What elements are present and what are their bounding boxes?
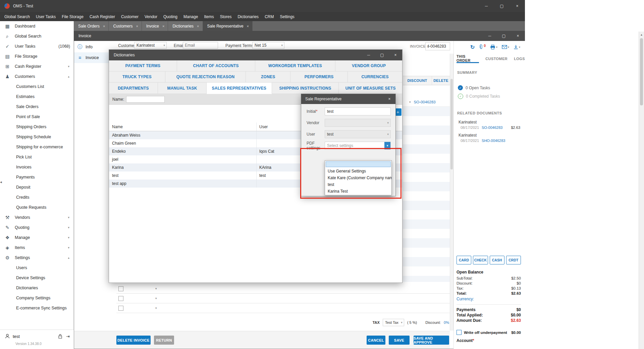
sidebar-item-dashboard[interactable]: ▦Dashboard (0, 21, 73, 31)
so-number-link[interactable]: SO-0046283 (414, 100, 436, 104)
close-icon[interactable]: × (247, 24, 249, 28)
sidebar-item-quote-requests[interactable]: Quote Requests (0, 202, 73, 212)
tab-customer[interactable]: CUSTOMER (485, 54, 507, 63)
grid-scrollbar-thumb[interactable] (450, 79, 453, 169)
export-icon[interactable]: ▾ (514, 45, 520, 49)
tab-payment-terms[interactable]: PAYMENT TERMS (109, 60, 177, 71)
tab-shipping-instructions[interactable]: SHIPPING INSTRUCTIONS (272, 83, 339, 94)
currency-link[interactable]: Currency: (457, 297, 521, 301)
sidebar-item-payments[interactable]: Payments (0, 172, 73, 182)
initial-input[interactable]: test (325, 107, 391, 115)
row-checkbox[interactable] (118, 286, 123, 291)
tab-currencies[interactable]: CURRENCIES (348, 71, 402, 83)
sidebar-item-shipping-ecommerce[interactable]: Shipping for e-commerce (0, 142, 73, 152)
customer-combo[interactable]: Karinatest▾ (134, 42, 167, 49)
restore-icon[interactable]: ▢ (497, 31, 511, 41)
menu-cash-register[interactable]: Cash Register (87, 12, 118, 21)
menu-file-storage[interactable]: File Storage (59, 12, 87, 21)
sidebar-item-invoices[interactable]: Invoices (0, 162, 73, 172)
menu-crm[interactable]: CRM (262, 12, 277, 21)
doc-number-link[interactable]: SHO-0046283 (482, 139, 505, 143)
sidebar-item-estimates[interactable]: Estimates (0, 92, 73, 102)
menu-items[interactable]: Items (201, 12, 217, 21)
tab-logs[interactable]: LOGS (514, 54, 525, 63)
sidebar-item-deposit[interactable]: Deposit (0, 182, 73, 192)
close-icon[interactable]: × (103, 24, 105, 28)
sidebar-item-customers-list[interactable]: Customers List (0, 82, 73, 92)
card-button[interactable]: CARD (457, 256, 471, 264)
return-button[interactable]: RETURN (154, 336, 174, 345)
menu-dictionaries[interactable]: Dictionaries (234, 12, 262, 21)
tab-chart-of-accounts[interactable]: CHART OF ACCOUNTS (177, 60, 255, 71)
sidebar-item-cash-register[interactable]: ⊞Cash Register▾ (0, 61, 73, 71)
column-delete[interactable]: DELETE (432, 76, 450, 85)
tab-dictionaries[interactable]: Dictionaries× (168, 21, 203, 31)
scroll-up-icon[interactable]: ▴ (639, 32, 644, 36)
tab-manual-task[interactable]: MANUAL TASK (158, 83, 207, 94)
tab-quote-rejection-reason[interactable]: QUOTE REJECTION REASON (165, 71, 246, 83)
sidebar-item-items[interactable]: ◈Items▾ (0, 243, 73, 253)
tab-departments[interactable]: DEPARTMENTS (109, 83, 158, 94)
sidebar-item-ecommerce-sync-settings[interactable]: E-commerce Sync Settings (0, 303, 73, 313)
logout-icon[interactable]: ⇥ (66, 334, 70, 339)
sidebar-item-shipping-orders[interactable]: Shipping Orders (0, 122, 73, 132)
doc-number-link[interactable]: SO-0046283 (482, 126, 502, 130)
tab-vendor-group[interactable]: VENDOR GROUP (335, 60, 402, 71)
tab-truck-types[interactable]: TRUCK TYPES (109, 71, 165, 83)
sidebar-item-device-settings[interactable]: Device Settings (0, 273, 73, 283)
menu-quoting[interactable]: Quoting (160, 12, 180, 21)
menu-customer[interactable]: Customer (118, 12, 142, 21)
sidebar-item-quoting[interactable]: ✎Quoting▾ (0, 222, 73, 233)
table-row[interactable]: ▾ (116, 294, 450, 303)
sidebar-item-manage[interactable]: ❖Manage▾ (0, 233, 73, 243)
vendor-combo[interactable]: ▾ (325, 119, 391, 127)
save-button[interactable]: SAVE (389, 336, 410, 345)
sidebar-item-shipping-schedule[interactable]: Shipping Schedule (0, 132, 73, 142)
cash-button[interactable]: CASH (490, 256, 504, 264)
nav-invoice[interactable]: ≡Invoice (74, 52, 112, 63)
tab-customers[interactable]: Customers× (109, 21, 142, 31)
check-button[interactable]: CHECK (473, 256, 488, 264)
sidebar-item-dictionaries[interactable]: Dictionaries (0, 283, 73, 293)
sidebar-item-user-tasks[interactable]: ✓User Tasks(1068) (0, 41, 73, 51)
print-icon[interactable]: ▾ (490, 45, 497, 50)
tax-combo[interactable]: Test Tax▾ (383, 319, 404, 326)
save-and-approve-button[interactable]: SAVE AND APPROVE (414, 336, 449, 345)
sidebar-item-global-search[interactable]: ⌕Global Search (0, 31, 73, 41)
nav-info[interactable]: ⓘInfo (74, 42, 112, 52)
sidebar-collapse-icon[interactable]: ◂ (0, 180, 2, 184)
discount-value[interactable]: 0% (444, 320, 449, 325)
sidebar-item-customers[interactable]: ♟Customers▴ (0, 71, 73, 82)
row-checkbox[interactable] (118, 306, 123, 311)
sidebar-item-vendors[interactable]: ⚒Vendors▾ (0, 212, 73, 222)
close-icon[interactable]: × (509, 0, 525, 12)
attachment-icon[interactable]: 0 (479, 44, 486, 50)
row-checkbox[interactable] (118, 296, 123, 301)
name-filter-input[interactable] (126, 96, 165, 103)
payment-terms-combo[interactable]: Net 15▾ (252, 42, 284, 49)
close-icon[interactable]: × (389, 50, 402, 60)
sidebar-item-point-of-sale[interactable]: Point of Sale (0, 112, 73, 122)
menu-global-search[interactable]: Global Search (1, 12, 33, 21)
menu-manage[interactable]: Manage (180, 12, 201, 21)
screen-scrollbar[interactable]: ▴ (639, 32, 644, 349)
menu-vendor[interactable]: Vendor (142, 12, 160, 21)
email-field[interactable] (183, 42, 218, 49)
tab-sale-orders[interactable]: Sale Orders× (74, 21, 109, 31)
close-icon[interactable]: × (511, 31, 525, 41)
invoice-number-value[interactable]: I-0046283 (425, 42, 450, 50)
minimize-icon[interactable]: ─ (479, 0, 494, 12)
sidebar-item-pick-list[interactable]: Pick List (0, 152, 73, 162)
credit-button[interactable]: CRDT (506, 256, 521, 264)
writeoff-checkbox[interactable] (457, 330, 462, 335)
tab-this-order[interactable]: THIS ORDER (457, 54, 479, 63)
screen-scrollbar-thumb[interactable] (640, 38, 643, 105)
sidebar-item-file-storage[interactable]: ▤File Storage (0, 51, 73, 61)
refresh-icon[interactable]: ↻ (470, 44, 475, 50)
sidebar-item-users[interactable]: Users (0, 263, 73, 273)
close-icon[interactable]: × (197, 24, 199, 28)
delete-invoice-button[interactable]: DELETE INVOICE (116, 336, 151, 345)
close-icon[interactable]: × (162, 24, 164, 28)
email-send-icon[interactable]: ▾ (502, 45, 509, 49)
sidebar-item-company-settings[interactable]: Company Settings (0, 293, 73, 303)
